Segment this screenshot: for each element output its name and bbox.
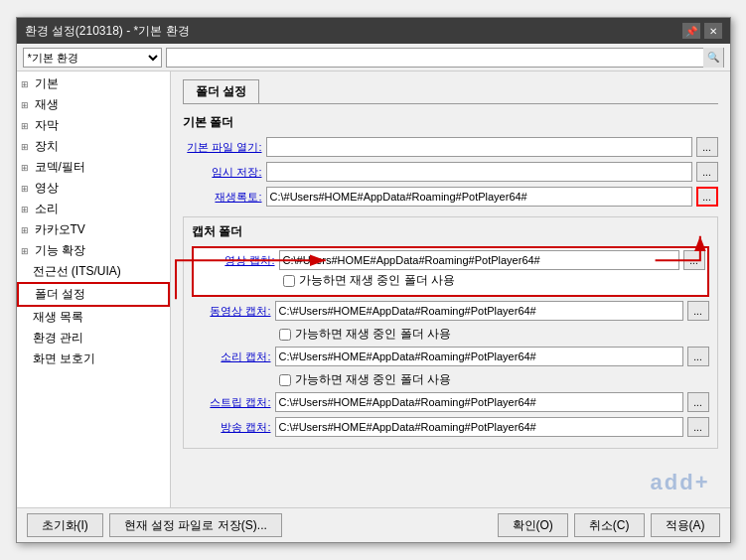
video-capture2-checkbox[interactable]	[279, 329, 291, 341]
video-capture2-row: 동영상 캡처: C:\#Users#HOME#AppData#Roaming#P…	[192, 301, 709, 321]
preset-select[interactable]: *기본 환경	[23, 48, 162, 68]
expand-icon: ⊞	[21, 184, 31, 194]
video-capture-checkbox-row: 가능하면 재생 중인 폴더 사용	[283, 272, 705, 289]
expand-icon: ⊞	[21, 100, 31, 110]
temp-save-browse[interactable]: ...	[696, 162, 718, 182]
strip-capture-row: 스트립 캡처: C:\#Users#HOME#AppData#Roaming#P…	[192, 392, 709, 412]
sidebar-item-label: 기본	[35, 75, 59, 92]
video-capture2-browse[interactable]: ...	[687, 301, 709, 321]
audio-capture-row: 소리 캡처: C:\#Users#HOME#AppData#Roaming#Po…	[192, 347, 709, 366]
window-title: 환경 설정(210318) - *기본 환경	[25, 23, 190, 40]
footer-left: 초기화(I) 현재 설정 파일로 저장(S)...	[27, 513, 282, 537]
sidebar-item-video[interactable]: ⊞ 영상	[17, 178, 170, 199]
sidebar-item-label: 자막	[35, 117, 59, 134]
title-bar: 환경 설정(210318) - *기본 환경 📌 ✕	[17, 18, 730, 44]
playlist-log-browse[interactable]: ...	[696, 187, 718, 207]
strip-capture-label[interactable]: 스트립 캡처:	[192, 395, 271, 410]
sidebar-item-play[interactable]: ⊞ 재생	[17, 94, 170, 115]
expand-icon: ⊞	[21, 246, 31, 256]
audio-capture-checkbox-row: 가능하면 재생 중인 폴더 사용	[279, 371, 709, 388]
broadcast-capture-label[interactable]: 방송 캡처:	[192, 420, 271, 435]
tab-bar: 폴더 설정	[183, 79, 718, 104]
expand-icon: ⊞	[21, 205, 31, 214]
sidebar-item-label: 카카오TV	[35, 221, 85, 238]
capture-folder-section: 캡처 폴더 영상 캡처: C:\#Users#HOME#AppData#Roam…	[183, 216, 718, 449]
sidebar-item-label: 코덱/필터	[35, 159, 85, 176]
sidebar-item-label: 화면 보호기	[33, 350, 95, 367]
sidebar-item-extend[interactable]: ⊞ 기능 확장	[17, 240, 170, 261]
sidebar-item-screensaver[interactable]: 화면 보호기	[17, 349, 170, 369]
sidebar-item-label: 영상	[35, 180, 59, 197]
audio-capture-browse[interactable]: ...	[687, 347, 709, 366]
audio-capture-label[interactable]: 소리 캡처:	[192, 350, 271, 364]
expand-icon: ⊞	[21, 79, 31, 89]
playlist-log-label[interactable]: 재생록토:	[183, 190, 262, 205]
pin-button[interactable]: 📌	[682, 23, 700, 39]
expand-icon: ⊞	[21, 121, 31, 131]
search-input[interactable]	[167, 49, 703, 67]
sidebar-item-interface[interactable]: 전근선 (ITS/UIA)	[17, 261, 170, 282]
video-capture-row: 영상 캡처: C:\#Users#HOME#AppData#Roaming#Po…	[196, 250, 705, 270]
audio-capture-input[interactable]: C:\#Users#HOME#AppData#Roaming#PotPlayer…	[275, 347, 683, 366]
video-capture-highlighted-block: 영상 캡처: C:\#Users#HOME#AppData#Roaming#Po…	[192, 246, 709, 297]
temp-save-input[interactable]	[266, 162, 692, 182]
main-panel: 폴더 설정 기본 폴더 기본 파일 열기: ... 임시 저장: ... 재생록…	[171, 71, 730, 507]
sidebar-item-device[interactable]: ⊞ 장치	[17, 136, 170, 157]
sidebar-item-label: 소리	[35, 201, 59, 217]
audio-capture-checkbox[interactable]	[279, 374, 291, 386]
broadcast-capture-browse[interactable]: ...	[687, 417, 709, 437]
sidebar-item-subtitle[interactable]: ⊞ 자막	[17, 115, 170, 136]
content-area: ⊞ 기본 ⊞ 재생 ⊞ 자막 ⊞ 장치 ⊞ 코덱/필터 ⊞ 영상	[17, 71, 730, 507]
audio-capture-check-label: 가능하면 재생 중인 폴더 사용	[295, 371, 451, 388]
temp-save-row: 임시 저장: ...	[183, 162, 718, 182]
video-capture2-input[interactable]: C:\#Users#HOME#AppData#Roaming#PotPlayer…	[275, 301, 683, 321]
footer-right: 확인(O) 취소(C) 적용(A)	[498, 513, 720, 537]
basic-open-row: 기본 파일 열기: ...	[183, 137, 718, 157]
save-button[interactable]: 현재 설정 파일로 저장(S)...	[109, 513, 282, 537]
basic-open-label[interactable]: 기본 파일 열기:	[183, 140, 262, 155]
search-box: 🔍	[166, 48, 724, 68]
cancel-button[interactable]: 취소(C)	[574, 513, 645, 537]
playlist-log-row: 재생록토: C:\#Users#HOME#AppData#Roaming#Pot…	[183, 187, 718, 207]
sidebar-item-envmgr[interactable]: 환경 관리	[17, 328, 170, 349]
sidebar-item-audio[interactable]: ⊞ 소리	[17, 199, 170, 219]
sidebar-item-label: 기능 확장	[35, 242, 85, 259]
addplus-watermark: add+	[651, 470, 710, 495]
sidebar-item-label: 폴더 설정	[35, 286, 85, 303]
expand-icon: ⊞	[21, 225, 31, 235]
toolbar: *기본 환경 🔍	[17, 44, 730, 71]
video-capture2-label[interactable]: 동영상 캡처:	[192, 304, 271, 319]
basic-open-input[interactable]	[266, 137, 692, 157]
video-capture-browse[interactable]: ...	[683, 250, 705, 270]
basic-open-browse[interactable]: ...	[696, 137, 718, 157]
apply-button[interactable]: 적용(A)	[651, 513, 720, 537]
sidebar-item-basic[interactable]: ⊞ 기본	[17, 73, 170, 94]
video-capture2-check-label: 가능하면 재생 중인 폴더 사용	[295, 326, 451, 343]
capture-folder-title: 캡처 폴더	[192, 223, 709, 240]
temp-save-label[interactable]: 임시 저장:	[183, 165, 262, 180]
ok-button[interactable]: 확인(O)	[498, 513, 568, 537]
search-button[interactable]: 🔍	[703, 48, 723, 68]
sidebar-item-label: 전근선 (ITS/UIA)	[33, 263, 121, 280]
basic-folder-section: 기본 폴더 기본 파일 열기: ... 임시 저장: ... 재생록토: C:\…	[183, 114, 718, 207]
tab-folder-settings[interactable]: 폴더 설정	[183, 79, 259, 103]
expand-icon: ⊞	[21, 163, 31, 173]
sidebar-item-kakaotv[interactable]: ⊞ 카카오TV	[17, 219, 170, 240]
playlist-log-input[interactable]: C:\#Users#HOME#AppData#Roaming#PotPlayer…	[266, 187, 692, 207]
strip-capture-input[interactable]: C:\#Users#HOME#AppData#Roaming#PotPlayer…	[275, 392, 683, 412]
sidebar-item-label: 재생	[35, 96, 59, 113]
sidebar: ⊞ 기본 ⊞ 재생 ⊞ 자막 ⊞ 장치 ⊞ 코덱/필터 ⊞ 영상	[17, 71, 171, 507]
close-button[interactable]: ✕	[704, 23, 722, 39]
sidebar-item-label: 재생 목록	[33, 309, 83, 326]
video-capture-checkbox[interactable]	[283, 275, 295, 287]
footer: 초기화(I) 현재 설정 파일로 저장(S)... 확인(O) 취소(C) 적용…	[17, 507, 730, 542]
strip-capture-browse[interactable]: ...	[687, 392, 709, 412]
broadcast-capture-input[interactable]: C:\#Users#HOME#AppData#Roaming#PotPlayer…	[275, 417, 683, 437]
sidebar-item-codec[interactable]: ⊞ 코덱/필터	[17, 157, 170, 178]
video-capture-label[interactable]: 영상 캡처:	[196, 253, 275, 268]
basic-folder-title: 기본 폴더	[183, 114, 718, 131]
sidebar-item-playlist[interactable]: 재생 목록	[17, 307, 170, 328]
init-button[interactable]: 초기화(I)	[27, 513, 103, 537]
sidebar-item-folder[interactable]: 폴더 설정	[17, 282, 170, 307]
video-capture-input[interactable]: C:\#Users#HOME#AppData#Roaming#PotPlayer…	[279, 250, 679, 270]
